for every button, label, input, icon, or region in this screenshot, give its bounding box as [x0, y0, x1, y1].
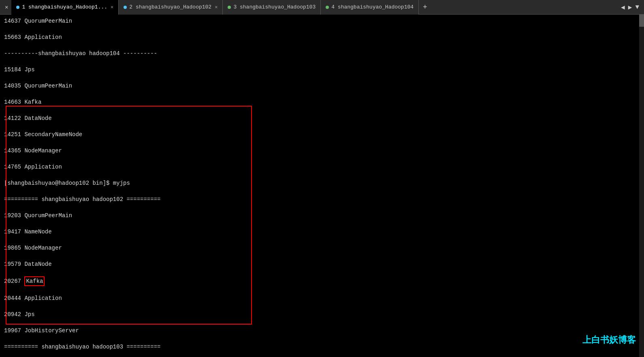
line-box-9: 19967 JobHistoryServer: [4, 327, 640, 335]
line-8: 14251 SecondaryNameNode: [4, 130, 640, 139]
watermark: 上白书妖博客: [582, 337, 636, 345]
line-5: 14035 QuorumPeerMain: [4, 82, 640, 90]
line-box-1: ========== shangbaishuyao hadoop102 ====…: [4, 195, 640, 203]
tab-nav-menu[interactable]: ▼: [633, 4, 641, 11]
line-3: ----------shangbaishuyao hadoop104 -----…: [4, 49, 640, 58]
tab-1[interactable]: 1 shangbaishuyao_Hadoop1... ✕: [11, 0, 119, 15]
tab-nav-right[interactable]: ▶: [627, 3, 634, 11]
tab-2[interactable]: 2 shangbaishuyao_Hadoop102 ✕: [119, 0, 223, 15]
line-box-6: 20267 Kafka: [4, 276, 640, 286]
tab-4-label: 4 shangbaishuyao_Hadoop104: [331, 4, 414, 10]
tab-3-label: 3 shangbaishuyao_Hadoop103: [233, 4, 316, 10]
line-11: [shangbaishuyao@hadoop102 bin]$ myjps: [4, 179, 640, 187]
tab-4-dot: [326, 6, 329, 9]
terminal-area[interactable]: 14637 QuorumPeerMain 15663 Application -…: [0, 15, 644, 357]
kafka-highlight-1: Kafka: [24, 276, 45, 286]
new-tab-button[interactable]: +: [419, 0, 431, 15]
line-9: 14365 NodeManager: [4, 147, 640, 155]
tab-4[interactable]: 4 shangbaishuyao_Hadoop104: [321, 0, 419, 15]
line-box-4: 19865 NodeManager: [4, 244, 640, 252]
line-4: 15184 Jps: [4, 66, 640, 74]
tab-navigation: ◀ ▶ ▼: [619, 3, 644, 11]
line-box-2: 19203 QuorumPeerMain: [4, 212, 640, 220]
tab-3[interactable]: 3 shangbaishuyao_Hadoop103: [223, 0, 321, 15]
window-close-button[interactable]: ✕: [2, 0, 11, 15]
tab-3-dot: [228, 6, 231, 9]
line-box-10: ========== shangbaishuyao hadoop103 ====…: [4, 343, 640, 351]
line-6: 14663 Kafka: [4, 98, 640, 106]
line-7: 14122 DataNode: [4, 114, 640, 122]
line-box-3: 19417 NameNode: [4, 228, 640, 236]
line-box-8: 20942 Jps: [4, 310, 640, 319]
terminal-output: 14637 QuorumPeerMain 15663 Application -…: [4, 17, 640, 357]
scrollbar[interactable]: [639, 15, 644, 357]
tab-1-label: 1 shangbaishuyao_Hadoop1...: [22, 4, 107, 10]
tab-1-close[interactable]: ✕: [111, 4, 113, 10]
tab-1-dot: [16, 6, 19, 9]
line-1: 14637 QuorumPeerMain: [4, 17, 640, 25]
tab-2-dot: [124, 6, 127, 9]
scrollbar-thumb[interactable]: [639, 15, 644, 27]
line-box-5: 19579 DataNode: [4, 260, 640, 268]
line-2: 15663 Application: [4, 33, 640, 41]
tab-2-close[interactable]: ✕: [215, 4, 218, 10]
tab-nav-left[interactable]: ◀: [619, 3, 627, 11]
line-10: 14765 Application: [4, 163, 640, 171]
line-box-7: 20444 Application: [4, 294, 640, 302]
tab-2-label: 2 shangbaishuyao_Hadoop102: [129, 4, 211, 10]
tab-bar: ✕ 1 shangbaishuyao_Hadoop1... ✕ 2 shangb…: [0, 0, 644, 15]
